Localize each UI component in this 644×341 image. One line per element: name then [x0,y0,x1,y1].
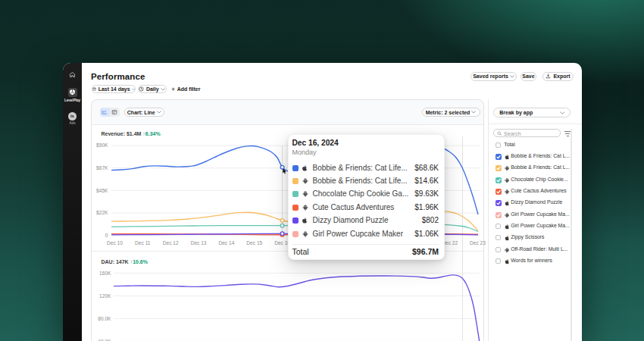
svg-text:Dec 12: Dec 12 [163,240,179,246]
svg-text:$45K: $45K [96,188,108,193]
svg-text:Dec 10: Dec 10 [107,240,123,246]
svg-text:40.0K: 40.0K [98,339,111,341]
svg-text:Dec 14: Dec 14 [218,240,234,246]
svg-text:Dec 13: Dec 13 [191,240,207,246]
svg-text:$90K: $90K [96,142,108,148]
svg-text:120K: 120K [99,293,111,299]
svg-text:0: 0 [105,233,108,238]
svg-text:80.0K: 80.0K [98,316,111,321]
svg-text:$22K: $22K [96,210,108,215]
svg-text:160K: 160K [99,271,111,276]
svg-text:Dec 23: Dec 23 [470,240,486,246]
svg-text:Dec 11: Dec 11 [135,240,151,246]
svg-text:Dec 15: Dec 15 [246,240,262,246]
svg-text:$67K: $67K [96,165,108,170]
